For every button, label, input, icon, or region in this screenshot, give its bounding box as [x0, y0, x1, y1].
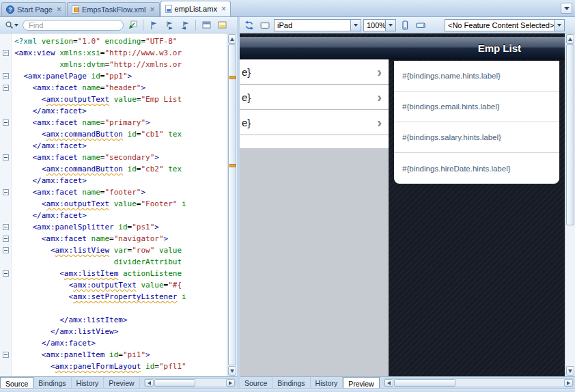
code-line[interactable]: <amx:commandButton id="cb1" tex [14, 128, 227, 140]
code-line[interactable]: dividerAttribut [14, 256, 227, 268]
code-line[interactable]: <amx:outputText value="Emp List [14, 94, 227, 105]
editor-horizontal-scrollbar[interactable] [144, 378, 236, 387]
code-line[interactable] [14, 303, 227, 314]
fold-toggle-icon[interactable] [3, 50, 9, 56]
preview-bottom-bar: SourceBindingsHistoryPreview [240, 376, 575, 388]
editor-tab-history[interactable]: History [72, 377, 104, 388]
document-tab[interactable]: EmpsTaskFlow.xml [67, 2, 160, 16]
scroll-left-button[interactable] [145, 379, 154, 387]
fold-toggle-icon[interactable] [3, 120, 9, 126]
code-line[interactable]: <amx:outputText value="#{ [14, 279, 227, 291]
highlight-button[interactable] [215, 18, 229, 32]
scroll-right-button[interactable] [564, 379, 573, 387]
chevron-down-icon [564, 7, 570, 10]
code-area[interactable]: <?xml version="1.0" encoding="UTF-8"<amx… [12, 33, 227, 376]
tab-close-icon[interactable] [150, 5, 155, 14]
tab-close-icon[interactable] [221, 5, 226, 13]
phone-landscape-button[interactable] [414, 18, 427, 32]
detail-row[interactable]: #{bindings.hireDate.hints.label} [394, 153, 559, 184]
fold-toggle-icon[interactable] [3, 236, 9, 242]
refresh-button[interactable] [242, 18, 256, 32]
code-line[interactable]: </amx:listItem> [14, 314, 227, 326]
nav-list-item[interactable]: e} [240, 85, 389, 110]
fold-toggle-icon[interactable] [3, 270, 9, 277]
code-line[interactable]: <amx:facet name="footer"> [14, 186, 227, 198]
code-line[interactable]: <amx:facet name="primary"> [14, 117, 227, 128]
detail-row[interactable]: #{bindings.name.hints.label} [394, 61, 559, 92]
tab-close-icon[interactable] [57, 5, 61, 14]
preview-vertical-scrollbar[interactable] [565, 33, 575, 376]
scroll-right-button[interactable] [226, 379, 235, 387]
scroll-up-button[interactable] [566, 34, 574, 44]
fold-toggle-icon[interactable] [3, 247, 9, 253]
fold-toggle-icon[interactable] [3, 352, 9, 358]
chevron-down-icon [554, 20, 564, 31]
audit-marker[interactable] [229, 76, 236, 79]
code-line[interactable]: </amx:facet> [14, 210, 227, 221]
code-line[interactable]: <amx:view xmlns:xsi="http://www.w3.or [14, 47, 227, 59]
code-line[interactable]: </amx:facet> [14, 337, 227, 349]
document-tab[interactable]: Start Page [1, 2, 66, 16]
code-line[interactable]: <amx:facet name="navigator"> [14, 233, 227, 244]
code-line[interactable]: <amx:panelFormLayout id="pfl1" [14, 361, 227, 372]
code-line[interactable]: </amx:listView> [14, 326, 227, 337]
fold-toggle-icon[interactable] [3, 154, 9, 160]
editor-tab-preview[interactable]: Preview [104, 377, 139, 388]
preview-tab-bindings[interactable]: Bindings [272, 377, 310, 388]
detail-row[interactable]: #{bindings.email.hints.label} [394, 92, 559, 122]
previous-bookmark-button[interactable] [178, 18, 192, 32]
code-line[interactable]: <amx:panelSplitter id="ps1"> [14, 221, 227, 233]
preview-tab-source[interactable]: Source [240, 377, 272, 388]
scroll-thumb[interactable] [394, 379, 455, 387]
find-highlight-button[interactable] [126, 18, 139, 32]
editor-vertical-scrollbar[interactable] [227, 33, 237, 376]
code-line[interactable]: <amx:facet name="header"> [14, 82, 227, 94]
scroll-thumb[interactable] [566, 44, 574, 225]
code-line[interactable]: <amx:listView var="row" value [14, 244, 227, 256]
code-line[interactable]: <amx:outputText value="Footer" i [14, 198, 227, 210]
preview-header: Emp List [240, 37, 565, 59]
code-line[interactable]: <amx:listItem actionListene [14, 268, 227, 279]
scroll-thumb[interactable] [154, 379, 195, 387]
scroll-down-button[interactable] [228, 366, 236, 376]
preview-horizontal-scrollbar[interactable] [384, 378, 574, 387]
window-button[interactable] [199, 18, 213, 32]
tab-list-dropdown-button[interactable] [561, 3, 572, 14]
scroll-down-button[interactable] [566, 366, 574, 376]
fold-toggle-icon[interactable] [3, 73, 9, 79]
detail-row[interactable]: #{bindings.salary.hints.label} [394, 122, 559, 153]
toggle-bookmark-button[interactable] [147, 18, 160, 32]
editor-tab-bindings[interactable]: Bindings [33, 377, 71, 388]
nav-list-item[interactable]: e} [240, 110, 389, 135]
audit-marker[interactable] [229, 164, 236, 167]
scroll-left-button[interactable] [384, 379, 393, 387]
code-line[interactable]: <amx:panelItem id="pi1"> [14, 349, 227, 361]
fold-toggle-icon[interactable] [3, 85, 9, 91]
code-line[interactable]: </amx:facet> [14, 105, 227, 117]
editor-tab-source[interactable]: Source [0, 377, 33, 388]
zoom-select[interactable]: 100% [363, 19, 396, 31]
device-select[interactable]: iPad [274, 19, 361, 31]
fold-toggle-icon[interactable] [3, 224, 9, 230]
feature-select[interactable]: <No Feature Content Selected> [445, 19, 565, 31]
document-tab[interactable]: empList.amx [160, 1, 231, 16]
scroll-thumb[interactable] [228, 44, 236, 365]
preview-tab-history[interactable]: History [311, 377, 343, 388]
code-line[interactable]: <amx:setPropertyListener i [14, 291, 227, 303]
search-menu-button[interactable] [3, 18, 20, 32]
next-bookmark-button[interactable] [163, 18, 176, 32]
code-line[interactable]: </amx:facet> [14, 140, 227, 152]
code-line[interactable]: </amx:facet> [14, 175, 227, 186]
find-input[interactable] [23, 20, 124, 31]
code-line[interactable]: <?xml version="1.0" encoding="UTF-8" [14, 36, 227, 47]
preview-tab-preview[interactable]: Preview [343, 377, 379, 388]
scroll-up-button[interactable] [228, 34, 236, 44]
nav-list-item[interactable]: e} [240, 59, 389, 85]
code-line[interactable]: <amx:facet name="secondary"> [14, 152, 227, 163]
fold-toggle-icon[interactable] [3, 189, 9, 195]
code-line[interactable]: xmlns:dvtm="http://xmlns.or [14, 59, 227, 70]
code-line[interactable]: <amx:panelPage id="pp1"> [14, 70, 227, 82]
display-button[interactable] [258, 18, 272, 32]
code-line[interactable]: <amx:commandButton id="cb2" tex [14, 163, 227, 175]
phone-portrait-button[interactable] [398, 18, 412, 32]
